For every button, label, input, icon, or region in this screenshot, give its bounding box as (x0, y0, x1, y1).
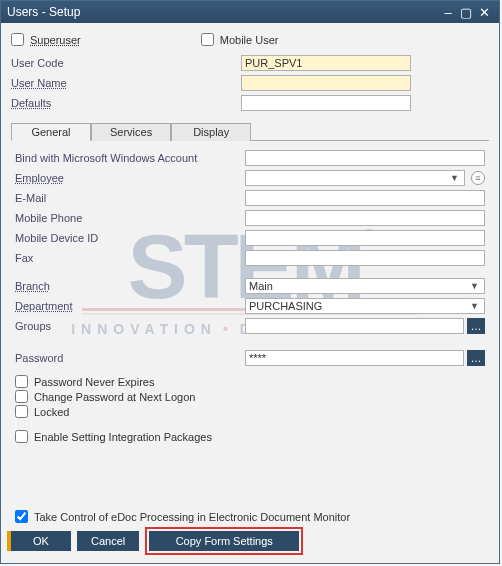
bottom-bar: OK Cancel Copy Form Settings (11, 527, 489, 555)
pw-change-checkbox[interactable]: Change Password at Next Logon (15, 390, 485, 403)
groups-more-button[interactable]: … (467, 318, 485, 334)
copy-form-highlight: Copy Form Settings (145, 527, 303, 555)
chevron-down-icon: ▼ (448, 173, 461, 183)
superuser-input[interactable] (11, 33, 24, 46)
password-more-button[interactable]: … (467, 350, 485, 366)
mobile-user-checkbox[interactable]: Mobile User (201, 33, 279, 46)
content: STEM® INNOVATION•DESIGN•VALUE Superuser … (1, 23, 499, 563)
defaults-input[interactable] (241, 95, 411, 111)
tab-display[interactable]: Display (171, 123, 251, 141)
cancel-button[interactable]: Cancel (77, 531, 139, 551)
user-name-input[interactable] (241, 75, 411, 91)
branch-label[interactable]: Branch (15, 280, 245, 292)
superuser-label: Superuser (30, 34, 81, 46)
pw-change-label: Change Password at Next Logon (34, 391, 195, 403)
maximize-icon[interactable]: ▢ (457, 5, 475, 20)
bind-label: Bind with Microsoft Windows Account (15, 152, 245, 164)
bind-input[interactable] (245, 150, 485, 166)
tab-body-general: Bind with Microsoft Windows Account Empl… (11, 141, 489, 447)
pw-change-input[interactable] (15, 390, 28, 403)
ok-button[interactable]: OK (11, 531, 71, 551)
email-input[interactable] (245, 190, 485, 206)
employee-label[interactable]: Employee (15, 172, 245, 184)
locked-checkbox[interactable]: Locked (15, 405, 485, 418)
email-label: E-Mail (15, 192, 245, 204)
branch-dropdown[interactable]: Main ▼ (245, 278, 485, 294)
more-icon: … (471, 320, 482, 332)
mobile-phone-input[interactable] (245, 210, 485, 226)
more-icon: … (471, 352, 482, 364)
defaults-label[interactable]: Defaults (11, 97, 241, 109)
department-dropdown[interactable]: PURCHASING ▼ (245, 298, 485, 314)
tab-strip: General Services Display (11, 122, 489, 141)
password-label: Password (15, 352, 245, 364)
groups-label: Groups (15, 320, 245, 332)
pw-never-checkbox[interactable]: Password Never Expires (15, 375, 485, 388)
tab-general[interactable]: General (11, 123, 91, 141)
mobile-user-label: Mobile User (220, 34, 279, 46)
locked-input[interactable] (15, 405, 28, 418)
enable-pkg-input[interactable] (15, 430, 28, 443)
detail-icon: ≡ (475, 173, 480, 183)
tab-services[interactable]: Services (91, 123, 171, 141)
groups-input[interactable] (245, 318, 464, 334)
titlebar: Users - Setup – ▢ ✕ (1, 1, 499, 23)
user-name-label[interactable]: User Name (11, 77, 241, 89)
chevron-down-icon: ▼ (468, 301, 481, 311)
edoc-checkbox[interactable]: Take Control of eDoc Processing in Elect… (15, 510, 485, 523)
locked-label: Locked (34, 406, 69, 418)
mobile-phone-label: Mobile Phone (15, 212, 245, 224)
mobile-device-id-label: Mobile Device ID (15, 232, 245, 244)
fax-input[interactable] (245, 250, 485, 266)
edoc-label: Take Control of eDoc Processing in Elect… (34, 511, 350, 523)
user-code-input[interactable] (241, 55, 411, 71)
employee-detail-button[interactable]: ≡ (471, 171, 485, 185)
superuser-checkbox[interactable]: Superuser (11, 33, 81, 46)
department-label[interactable]: Department (15, 300, 245, 312)
employee-dropdown[interactable]: ▼ (245, 170, 465, 186)
minimize-icon[interactable]: – (439, 5, 457, 20)
close-icon[interactable]: ✕ (475, 5, 493, 20)
chevron-down-icon: ▼ (468, 281, 481, 291)
mobile-device-id-input[interactable] (245, 230, 485, 246)
window-title: Users - Setup (7, 5, 439, 19)
window: Users - Setup – ▢ ✕ STEM® INNOVATION•DES… (0, 0, 500, 564)
edoc-input[interactable] (15, 510, 28, 523)
copy-form-settings-button[interactable]: Copy Form Settings (149, 531, 299, 551)
pw-never-label: Password Never Expires (34, 376, 154, 388)
password-input[interactable] (245, 350, 464, 366)
mobile-user-input[interactable] (201, 33, 214, 46)
pw-never-input[interactable] (15, 375, 28, 388)
enable-pkg-label: Enable Setting Integration Packages (34, 431, 212, 443)
enable-pkg-checkbox[interactable]: Enable Setting Integration Packages (15, 430, 485, 443)
user-code-label: User Code (11, 57, 241, 69)
fax-label: Fax (15, 252, 245, 264)
